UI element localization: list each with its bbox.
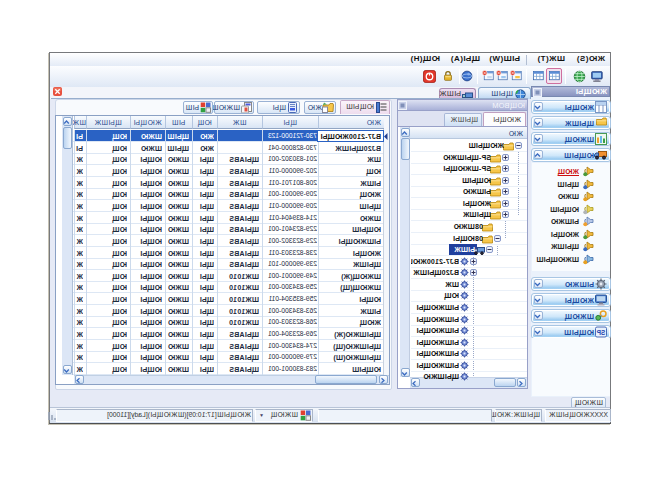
svg-text:SP: SP — [596, 329, 605, 336]
